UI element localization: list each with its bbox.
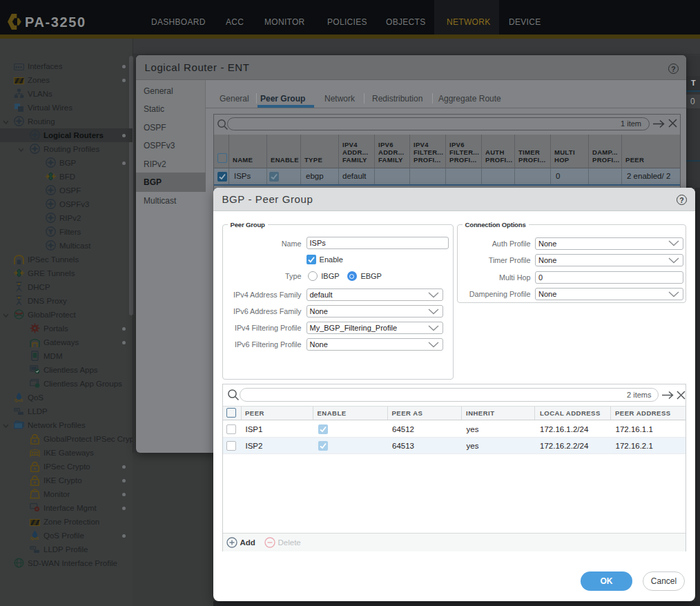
svg-text:QoS: QoS <box>30 536 39 540</box>
svg-text:QoS: QoS <box>14 398 23 402</box>
